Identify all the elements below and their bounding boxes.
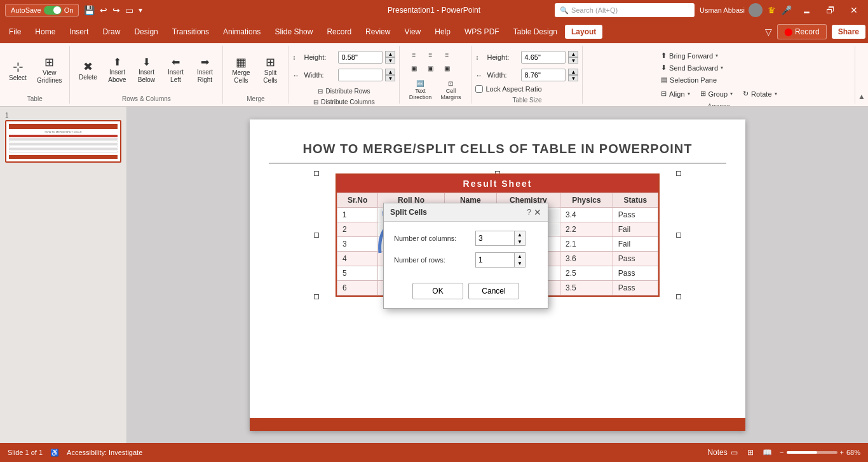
handle-ml[interactable] — [314, 233, 319, 238]
table-width-spinner[interactable]: ▲ ▼ — [568, 69, 578, 81]
num-columns-up[interactable]: ▲ — [515, 231, 525, 238]
normal-view-button[interactable]: ▭ — [726, 446, 742, 459]
menu-insert[interactable]: Insert — [63, 25, 95, 39]
menu-file[interactable]: File — [3, 25, 27, 39]
autosave-button[interactable]: AutoSave On — [5, 4, 79, 17]
handle-br[interactable] — [676, 294, 681, 299]
zoom-level: 68% — [846, 449, 860, 456]
handle-tr[interactable] — [676, 171, 681, 176]
num-columns-input[interactable] — [476, 231, 514, 245]
align-top-center-button[interactable]: ≡ — [423, 50, 438, 60]
cell-height-up[interactable]: ▲ — [385, 51, 395, 57]
table-width-up[interactable]: ▲ — [568, 69, 578, 75]
selection-pane-button[interactable]: ▤ Selection Pane — [657, 74, 721, 85]
bring-forward-button[interactable]: ⬆ Bring Forward ▾ — [657, 50, 722, 61]
handle-bl[interactable] — [314, 294, 319, 299]
menu-slideshow[interactable]: Slide Show — [268, 25, 319, 39]
table-height-up[interactable]: ▲ — [568, 51, 578, 57]
collapse-ribbon-button[interactable]: ▲ — [855, 90, 868, 104]
distribute-rows-button[interactable]: ⊟ Distribute Rows — [292, 86, 395, 96]
menu-layout[interactable]: Layout — [565, 25, 602, 39]
share-button[interactable]: Share — [832, 25, 865, 39]
save-icon[interactable]: 💾 — [84, 5, 95, 15]
lock-aspect-row[interactable]: Lock Aspect Ratio — [475, 85, 578, 93]
split-cells-button[interactable]: ⊞ SplitCells — [256, 54, 284, 87]
dialog-help-button[interactable]: ? — [527, 207, 531, 217]
insert-below-button[interactable]: ⬇ InsertBelow — [132, 55, 160, 86]
menu-help[interactable]: Help — [428, 25, 457, 39]
menu-review[interactable]: Review — [359, 25, 397, 39]
zoom-out-icon[interactable]: − — [780, 449, 783, 456]
handle-tl[interactable] — [314, 171, 319, 176]
customize-icon[interactable]: ▾ — [139, 6, 142, 15]
slide-sorter-button[interactable]: ⊞ — [743, 446, 758, 459]
dialog-close-button[interactable]: ✕ — [534, 207, 541, 217]
select-button[interactable]: ⊹ Select — [4, 58, 32, 84]
table-height-down[interactable]: ▼ — [568, 57, 578, 64]
menu-record[interactable]: Record — [320, 25, 358, 39]
dialog-cancel-button[interactable]: Cancel — [468, 283, 519, 299]
insert-above-button[interactable]: ⬆ InsertAbove — [103, 55, 131, 86]
autosave-toggle[interactable] — [44, 6, 62, 15]
undo-icon[interactable]: ↩ — [100, 5, 107, 15]
lock-aspect-checkbox[interactable] — [475, 85, 483, 93]
num-columns-down[interactable]: ▼ — [515, 238, 525, 245]
view-gridlines-button[interactable]: ⊞ ViewGridlines — [33, 54, 65, 87]
cell-width-input[interactable] — [338, 69, 383, 81]
slide-thumbnail[interactable]: HOW TO MERGE/SPLIT CELLS — [5, 120, 121, 163]
cell-width-down[interactable]: ▼ — [385, 75, 395, 81]
canvas-area[interactable]: HOW TO MERGE/SPLIT CELLS OF TABLE IN POW… — [127, 107, 868, 443]
merge-cells-button[interactable]: ▦ MergeCells — [227, 54, 255, 87]
menu-draw[interactable]: Draw — [96, 25, 126, 39]
text-direction-button[interactable]: 🔤 TextDirection — [406, 79, 434, 102]
menu-transitions[interactable]: Transitions — [166, 25, 215, 39]
handle-mr[interactable] — [676, 233, 681, 238]
close-button[interactable]: ✕ — [845, 5, 863, 15]
align-mid-center-button[interactable]: ▣ — [423, 63, 438, 74]
send-backward-button[interactable]: ⬇ Send Backward ▾ — [657, 62, 727, 73]
cell-width-up[interactable]: ▲ — [385, 69, 395, 75]
reading-view-button[interactable]: 📖 — [759, 446, 775, 459]
align-mid-right-button[interactable]: ▣ — [439, 63, 454, 74]
insert-right-button[interactable]: ➡ InsertRight — [191, 55, 219, 86]
search-bar[interactable]: 🔍 Search (Alt+Q) — [555, 3, 695, 17]
record-button[interactable]: ⬤ Record — [777, 24, 827, 39]
num-rows-input[interactable] — [476, 253, 514, 267]
num-rows-down[interactable]: ▼ — [515, 260, 525, 267]
menu-design[interactable]: Design — [128, 25, 164, 39]
zoom-in-icon[interactable]: + — [840, 449, 844, 456]
present-icon[interactable]: ▭ — [125, 5, 133, 15]
distribute-cols-button[interactable]: ⊟ Distribute Columns — [292, 97, 395, 107]
collapse-icon[interactable]: ▽ — [765, 27, 772, 37]
cell-height-down[interactable]: ▼ — [385, 57, 395, 64]
redo-icon[interactable]: ↪ — [112, 5, 120, 15]
align-mid-left-button[interactable]: ▣ — [406, 63, 421, 74]
cell-width-spinner[interactable]: ▲ ▼ — [385, 69, 395, 81]
menu-animations[interactable]: Animations — [217, 25, 267, 39]
menu-wps[interactable]: WPS PDF — [458, 25, 506, 39]
menu-home[interactable]: Home — [29, 25, 62, 39]
restore-button[interactable]: 🗗 — [821, 5, 840, 15]
minimize-button[interactable]: 🗕 — [797, 5, 816, 15]
cell-height-input[interactable]: 0.58" — [338, 51, 383, 64]
align-top-left-button[interactable]: ≡ — [406, 50, 421, 60]
dialog-ok-button[interactable]: OK — [412, 283, 463, 299]
mic-icon[interactable]: 🎤 — [781, 5, 792, 15]
group-button[interactable]: ⊞ Group ▾ — [696, 88, 737, 99]
table-width-input[interactable]: 8.76" — [521, 69, 566, 81]
insert-left-button[interactable]: ⬅ InsertLeft — [161, 55, 189, 86]
menu-table-design[interactable]: Table Design — [507, 25, 564, 39]
table-width-down[interactable]: ▼ — [568, 75, 578, 81]
table-height-input[interactable]: 4.65" — [521, 51, 566, 64]
delete-button[interactable]: ✖ Delete — [74, 58, 102, 83]
rotate-button[interactable]: ↻ Rotate ▾ — [739, 88, 780, 99]
notes-button[interactable]: Notes — [710, 446, 725, 459]
align-button[interactable]: ⊟ Align ▾ — [657, 88, 693, 99]
menu-view[interactable]: View — [398, 25, 427, 39]
table-height-spinner[interactable]: ▲ ▼ — [568, 51, 578, 64]
align-top-right-button[interactable]: ≡ — [439, 50, 454, 60]
cell-height-spinner[interactable]: ▲ ▼ — [385, 51, 395, 64]
zoom-slider[interactable] — [787, 451, 837, 454]
cell-margins-button[interactable]: ⊡ CellMargins — [437, 79, 465, 102]
num-rows-up[interactable]: ▲ — [515, 253, 525, 260]
